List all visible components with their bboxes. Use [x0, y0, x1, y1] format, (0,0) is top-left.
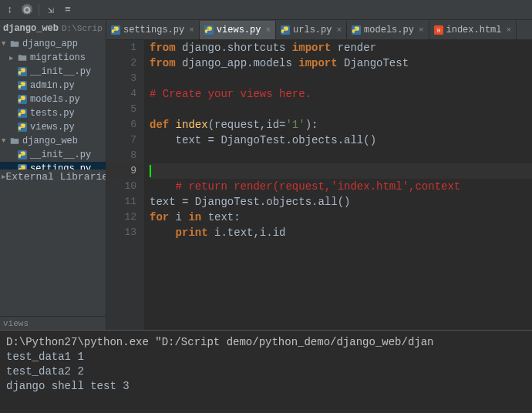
line-number: 6 — [106, 117, 144, 133]
autoscroll-icon[interactable]: ⇲ — [44, 3, 58, 17]
tab-urls-py[interactable]: urls.py× — [276, 21, 347, 39]
line-number: 5 — [106, 102, 144, 117]
tree-item-__init__-py[interactable]: __init__.py — [0, 148, 106, 162]
tree-item-views-py[interactable]: views.py — [0, 120, 106, 134]
close-icon[interactable]: × — [336, 25, 342, 35]
tree-item-migrations[interactable]: ▶migrations — [0, 51, 106, 65]
close-icon[interactable]: × — [507, 25, 512, 35]
code-area[interactable]: from django.shortcuts import renderfrom … — [145, 40, 532, 330]
tab-settings-py[interactable]: settings.py× — [106, 21, 200, 39]
line-number: 3 — [106, 71, 144, 86]
code-line-6[interactable]: def index(request,id='1'): — [150, 117, 532, 133]
external-libraries[interactable]: ▶ External Libraries — [0, 170, 106, 183]
tree-item-tests-py[interactable]: tests.py — [0, 106, 106, 120]
console-line: django shell test 3 — [6, 379, 526, 394]
folder-icon — [9, 39, 20, 49]
line-number: 2 — [106, 55, 144, 71]
separator — [39, 4, 39, 16]
line-number: 9 — [106, 163, 144, 179]
code-line-12[interactable]: for i in text: — [150, 210, 532, 225]
tab-models-py[interactable]: models.py× — [347, 21, 429, 39]
line-number: 12 — [106, 210, 144, 225]
code-line-3[interactable] — [150, 71, 532, 86]
py-icon — [111, 25, 120, 35]
line-number: 8 — [106, 148, 144, 163]
code-line-7[interactable]: text = DjangoTest.objects.all() — [150, 133, 532, 148]
ide-window: ↕ ⇲ ≡ django_web D:\Scrip ▼django_app▶mi… — [0, 0, 532, 413]
file-tree[interactable]: ▼django_app▶migrations__init__.pyadmin.p… — [0, 37, 106, 170]
code-line-8[interactable] — [150, 148, 532, 163]
py-icon — [17, 149, 28, 160]
py-icon — [17, 80, 28, 91]
py-icon — [17, 66, 28, 77]
code-editor[interactable]: 12345678910111213 from django.shortcuts … — [106, 40, 532, 330]
svg-text:H: H — [436, 28, 439, 34]
console-line: test_data2 2 — [6, 364, 526, 379]
editor-area: settings.py×views.py×urls.py×models.py×H… — [106, 20, 532, 330]
close-icon[interactable]: × — [419, 25, 424, 35]
project-title: django_web — [3, 23, 59, 34]
code-line-11[interactable]: text = DjangoTest.objects.all() — [150, 194, 532, 210]
code-line-5[interactable] — [150, 102, 532, 117]
html-icon: H — [434, 25, 443, 35]
line-number: 1 — [106, 40, 144, 55]
code-line-4[interactable]: # Create your views here. — [150, 86, 532, 102]
py-icon — [17, 122, 28, 133]
project-path: D:\Scrip — [62, 24, 103, 33]
tree-item-admin-py[interactable]: admin.py — [0, 79, 106, 92]
run-console: D:\Python27\python.exe "D:/Script demo/p… — [0, 330, 532, 413]
code-line-2[interactable]: from django_app.models import DjangoTest — [150, 55, 532, 71]
toolbar: ↕ ⇲ ≡ — [0, 0, 532, 20]
tab-views-py[interactable]: views.py× — [200, 21, 276, 39]
main-area: django_web D:\Scrip ▼django_app▶migratio… — [0, 20, 532, 330]
py-icon — [17, 94, 28, 105]
expand-all-icon[interactable]: ↕ — [3, 3, 17, 17]
line-number: 10 — [106, 179, 144, 194]
line-gutter: 12345678910111213 — [106, 40, 145, 330]
gear-icon[interactable] — [20, 3, 34, 17]
line-number: 4 — [106, 86, 144, 102]
code-line-13[interactable]: print i.text,i.id — [150, 225, 532, 240]
py-icon — [281, 25, 290, 35]
py-icon — [352, 25, 361, 35]
folder-icon — [9, 136, 20, 146]
text-caret — [150, 165, 151, 177]
console-line: test_data1 1 — [6, 350, 526, 364]
tab-index-html[interactable]: Hindex.html× — [429, 21, 517, 39]
project-header[interactable]: django_web D:\Scrip — [0, 20, 106, 37]
project-sidebar: django_web D:\Scrip ▼django_app▶migratio… — [0, 20, 106, 330]
code-line-9[interactable] — [150, 163, 532, 179]
tree-item-django_app[interactable]: ▼django_app — [0, 37, 106, 51]
py-icon — [204, 25, 214, 35]
console-output[interactable]: D:\Python27\python.exe "D:/Script demo/p… — [0, 331, 532, 398]
py-icon — [17, 163, 28, 170]
folder-icon — [17, 52, 28, 63]
tree-item-models-py[interactable]: models.py — [0, 92, 106, 106]
py-icon — [17, 108, 28, 119]
close-icon[interactable]: × — [189, 25, 194, 35]
tree-item-__init__-py[interactable]: __init__.py — [0, 65, 106, 79]
editor-tabs: settings.py×views.py×urls.py×models.py×H… — [106, 20, 532, 40]
close-icon[interactable]: × — [265, 25, 271, 35]
line-number: 7 — [106, 133, 144, 148]
code-line-1[interactable]: from django.shortcuts import render — [150, 40, 532, 55]
tree-item-settings-py[interactable]: settings.py — [0, 162, 106, 170]
console-line: D:\Python27\python.exe "D:/Script demo/p… — [6, 335, 526, 350]
line-number: 13 — [106, 225, 144, 240]
views-toolwindow-label[interactable]: views — [0, 316, 106, 330]
code-line-10[interactable]: # return render(request,'index.html',con… — [150, 179, 532, 194]
line-number: 11 — [106, 194, 144, 210]
tree-item-django_web[interactable]: ▼django_web — [0, 134, 106, 148]
collapse-icon[interactable]: ≡ — [61, 3, 75, 17]
